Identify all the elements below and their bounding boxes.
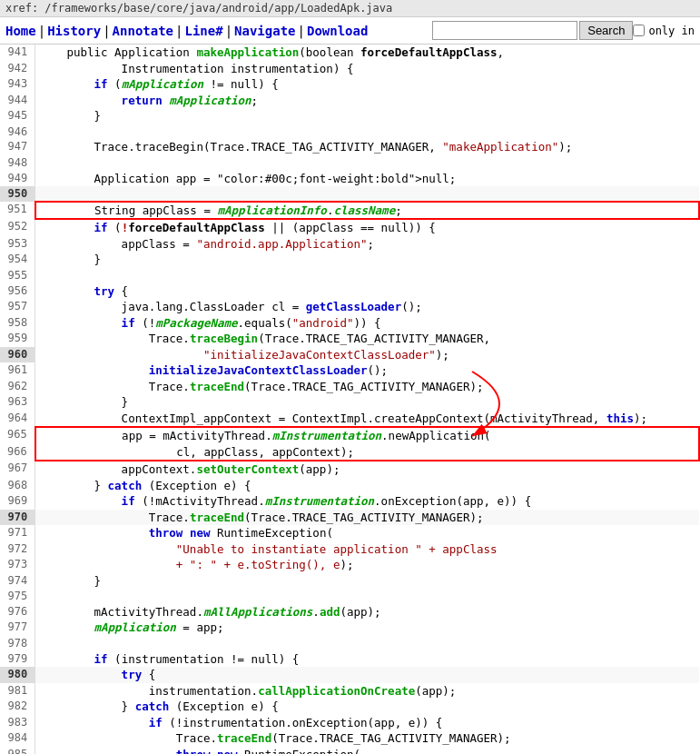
code-line: Trace.traceEnd(Trace.TRACE_TAG_ACTIVITY_… <box>35 510 699 526</box>
nav-history[interactable]: History <box>47 24 101 38</box>
line-number: 957 <box>0 299 35 315</box>
breadcrumb: xref: /frameworks/base/core/java/android… <box>0 0 700 17</box>
search-input[interactable] <box>432 21 577 40</box>
line-number: 970 <box>0 510 35 526</box>
line-number: 965 <box>0 427 35 444</box>
code-line <box>35 268 699 283</box>
line-number: 952 <box>0 219 35 236</box>
nav-home[interactable]: Home <box>5 24 36 38</box>
table-row: 954 } <box>0 252 699 268</box>
code-line: Trace.traceEnd(Trace.TRACE_TAG_ACTIVITY_… <box>35 730 699 747</box>
table-row: 984 Trace.traceEnd(Trace.TRACE_TAG_ACTIV… <box>0 730 699 747</box>
line-number: 973 <box>0 557 35 573</box>
line-number: 964 <box>0 411 35 428</box>
code-line <box>35 155 699 171</box>
code-line <box>35 186 699 202</box>
code-line: + ": " + e.toString(), e); <box>35 557 699 573</box>
code-line: } catch (Exception e) { <box>35 478 699 494</box>
line-number: 960 <box>0 347 35 363</box>
search-button[interactable]: Search <box>579 21 633 40</box>
only-in-label: only in <box>648 25 695 37</box>
code-line <box>35 636 699 651</box>
line-number: 950 <box>0 186 35 202</box>
code-line: Trace.traceEnd(Trace.TRACE_TAG_ACTIVITY_… <box>35 379 699 395</box>
table-row: 945 } <box>0 108 699 124</box>
table-row: 969 if (!mActivityThread.mInstrumentatio… <box>0 493 699 510</box>
code-line: Instrumentation instrumentation) { <box>35 61 699 77</box>
code-line: if (!instrumentation.onException(app, e)… <box>35 715 699 731</box>
navbar: Home | History | Annotate | Line# | Navi… <box>0 17 700 45</box>
table-row: 970 Trace.traceEnd(Trace.TRACE_TAG_ACTIV… <box>0 510 699 526</box>
code-line: return mApplication; <box>35 93 699 109</box>
line-number: 951 <box>0 202 35 220</box>
line-number: 984 <box>0 730 35 747</box>
table-row: 964 ContextImpl_appContext = ContextImpl… <box>0 411 699 428</box>
line-number: 968 <box>0 478 35 494</box>
table-row: 975 <box>0 589 699 604</box>
line-number: 969 <box>0 493 35 510</box>
line-number: 948 <box>0 155 35 171</box>
line-number: 954 <box>0 252 35 268</box>
line-number: 979 <box>0 651 35 668</box>
code-line: if (!mPackageName.equals("android")) { <box>35 315 699 332</box>
table-row: 955 <box>0 268 699 283</box>
code-line: Application app = "color:#00c;font-weigh… <box>35 171 699 187</box>
code-line: ContextImpl_appContext = ContextImpl.cre… <box>35 411 699 428</box>
nav-download[interactable]: Download <box>307 24 368 38</box>
table-row: 979 if (instrumentation != null) { <box>0 651 699 668</box>
nav-line[interactable]: Line# <box>184 24 222 38</box>
code-line: } <box>35 108 699 124</box>
table-row: 978 <box>0 636 699 651</box>
table-row: 946 <box>0 124 699 140</box>
line-number: 949 <box>0 171 35 187</box>
table-row: 961 initializeJavaContextClassLoader(); <box>0 362 699 379</box>
code-line: } catch (Exception e) { <box>35 699 699 715</box>
line-number: 941 <box>0 45 35 61</box>
code-line: Trace.traceBegin(Trace.TRACE_TAG_ACTIVIT… <box>35 331 699 347</box>
line-number: 946 <box>0 124 35 140</box>
line-number: 985 <box>0 747 35 754</box>
line-number: 972 <box>0 541 35 558</box>
line-number: 959 <box>0 331 35 347</box>
code-area: 941 public Application makeApplication(b… <box>0 45 700 754</box>
table-row: 971 throw new RuntimeException( <box>0 525 699 541</box>
table-row: 956 try { <box>0 283 699 300</box>
line-number: 977 <box>0 620 35 636</box>
code-line: appContext.setOuterContext(app); <box>35 461 699 478</box>
only-in-checkbox[interactable] <box>633 25 645 36</box>
line-number: 982 <box>0 699 35 715</box>
table-row: 947 Trace.traceBegin(Trace.TRACE_TAG_ACT… <box>0 139 699 155</box>
nav-navigate[interactable]: Navigate <box>234 24 295 38</box>
line-number: 944 <box>0 93 35 109</box>
code-line: throw new RuntimeException( <box>35 747 699 754</box>
nav-annotate[interactable]: Annotate <box>113 24 173 38</box>
table-row: 968 } catch (Exception e) { <box>0 478 699 494</box>
table-row: 966 cl, appClass, appContext); <box>0 444 699 461</box>
line-number: 974 <box>0 573 35 590</box>
table-row: 980 try { <box>0 667 699 683</box>
code-line <box>35 589 699 604</box>
code-line: if (mApplication != null) { <box>35 76 699 93</box>
table-row: 974 } <box>0 573 699 590</box>
code-line: initializeJavaContextClassLoader(); <box>35 362 699 379</box>
table-row: 948 <box>0 155 699 171</box>
table-row: 973 + ": " + e.toString(), e); <box>0 557 699 573</box>
code-line: } <box>35 573 699 590</box>
line-number: 976 <box>0 604 35 620</box>
code-line: if (instrumentation != null) { <box>35 651 699 668</box>
code-line: Trace.traceBegin(Trace.TRACE_TAG_ACTIVIT… <box>35 139 699 155</box>
line-number: 942 <box>0 61 35 77</box>
code-line: throw new RuntimeException( <box>35 525 699 541</box>
line-number: 975 <box>0 589 35 604</box>
table-row: 959 Trace.traceBegin(Trace.TRACE_TAG_ACT… <box>0 331 699 347</box>
code-line: } <box>35 252 699 268</box>
table-row: 960 "initializeJavaContextClassLoader"); <box>0 347 699 363</box>
line-number: 956 <box>0 283 35 300</box>
line-number: 966 <box>0 444 35 461</box>
table-row: 963 } <box>0 394 699 411</box>
code-line: String appClass = mApplicationInfo.class… <box>35 202 699 220</box>
code-line: java.lang.ClassLoader cl = getClassLoade… <box>35 299 699 315</box>
table-row: 965 app = mActivityThread.mInstrumentati… <box>0 427 699 444</box>
code-line: app = mActivityThread.mInstrumentation.n… <box>35 427 699 444</box>
line-number: 945 <box>0 108 35 124</box>
